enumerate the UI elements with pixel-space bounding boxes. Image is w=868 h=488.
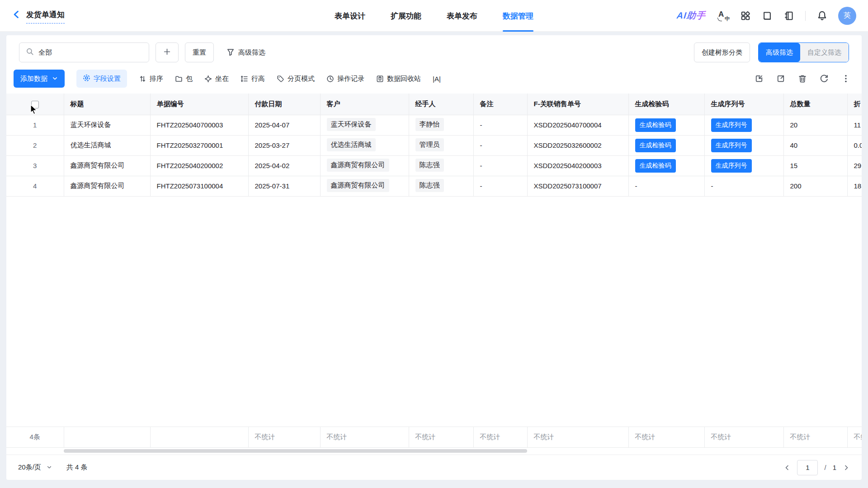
col-discount[interactable]: 折: [847, 94, 862, 115]
advanced-filter-button[interactable]: 高级筛选: [226, 48, 265, 57]
generate-serial-button[interactable]: 生成序列号: [711, 139, 752, 152]
notebook-icon[interactable]: [783, 10, 794, 21]
stat-cell[interactable]: 不统计: [320, 427, 409, 448]
tab-extensions[interactable]: 扩展功能: [391, 0, 421, 32]
cell-discount: 11: [847, 115, 862, 135]
table-row[interactable]: 4 鑫源商贸有限公司 FHTZ2025073100004 2025-07-31 …: [6, 176, 862, 196]
avatar[interactable]: 英: [838, 7, 856, 25]
refresh-icon[interactable]: [819, 74, 829, 84]
page-number-input[interactable]: 1: [797, 460, 818, 475]
add-filter-button[interactable]: [156, 42, 179, 62]
col-note[interactable]: 备注: [473, 94, 527, 115]
table-row[interactable]: 3 鑫源商贸有限公司 FHTZ2025040200002 2025-04-02 …: [6, 155, 862, 176]
row-height-button[interactable]: 行高: [241, 75, 265, 83]
handler-chip: 李静怡: [415, 118, 444, 131]
customer-chip: 鑫源商贸有限公司: [327, 179, 389, 192]
page-mode-button[interactable]: 分页模式: [277, 75, 315, 83]
tab-data-management[interactable]: 数据管理: [503, 0, 533, 32]
generate-check-code-button[interactable]: 生成检验码: [635, 159, 676, 173]
create-tree-category-button[interactable]: 创建树形分类: [694, 42, 750, 62]
col-handler[interactable]: 经手人: [409, 94, 473, 115]
scrollbar-thumb[interactable]: [64, 449, 527, 453]
delete-icon[interactable]: [797, 74, 807, 84]
notification-bell-icon[interactable]: [816, 10, 827, 21]
col-pay-date[interactable]: 付款日期: [248, 94, 320, 115]
search-icon: [26, 47, 34, 57]
field-settings-button[interactable]: 字段设置: [76, 70, 127, 88]
table-header-row: 标题 单据编号 付款日期 客户 经手人 备注 F-关联销售单号 生成检验码 生成…: [6, 94, 862, 115]
col-gen-serial[interactable]: 生成序列号: [704, 94, 783, 115]
col-doc-number[interactable]: 单据编号: [150, 94, 248, 115]
segment-custom-filter[interactable]: 自定义筛选: [800, 43, 849, 62]
table-row[interactable]: 1 蓝天环保设备 FHTZ2025040700003 2025-04-07 蓝天…: [6, 115, 862, 135]
col-gen-check-code[interactable]: 生成检验码: [628, 94, 704, 115]
stat-cell[interactable]: 不统计: [783, 427, 847, 448]
chevron-down-icon: [47, 464, 52, 471]
stat-cell[interactable]: 不统计: [409, 427, 473, 448]
package-button[interactable]: 包: [175, 75, 193, 83]
stat-cell[interactable]: 不统计: [704, 427, 783, 448]
recycle-bin-button[interactable]: 数据回收站: [376, 75, 421, 83]
book-icon[interactable]: [762, 10, 773, 21]
stat-cell[interactable]: 不统计: [527, 427, 628, 448]
row-index: 2: [6, 135, 64, 155]
translate-icon[interactable]: A 中: [718, 10, 729, 21]
statistics-row: 4条 不统计 不统计 不统计 不统计 不统计 不统计 不统计 不统计 不统计: [6, 427, 862, 448]
stat-cell[interactable]: 不统计: [248, 427, 320, 448]
tab-form-design[interactable]: 表单设计: [335, 0, 365, 32]
tab-form-publish[interactable]: 表单发布: [447, 0, 477, 32]
operation-log-label: 操作记录: [337, 75, 364, 83]
ai-assistant-button[interactable]: AI助手: [676, 9, 707, 22]
cell-sales-number: XSDD2025032600002: [527, 135, 628, 155]
cell-discount: 18: [847, 176, 862, 196]
prev-page-button[interactable]: [783, 464, 791, 471]
cell-pay-date: 2025-04-07: [248, 115, 320, 135]
generate-check-code-button[interactable]: 生成检验码: [635, 139, 676, 152]
sort-button[interactable]: 排序: [139, 75, 163, 83]
next-page-button[interactable]: [843, 464, 850, 471]
a-marker-button[interactable]: |A|: [433, 75, 441, 83]
action-row: 添加数据 字段设置 排序 包: [14, 70, 851, 88]
reset-button[interactable]: 重置: [185, 42, 214, 62]
tag-icon: [277, 75, 284, 83]
cell-total-qty: 200: [783, 176, 847, 196]
back-button[interactable]: [12, 9, 22, 21]
page-size-select[interactable]: 20条/页: [18, 463, 52, 472]
page-size-value: 20条/页: [18, 463, 41, 472]
cell-total-qty: 20: [783, 115, 847, 135]
cell-pay-date: 2025-07-31: [248, 176, 320, 196]
search-input[interactable]: 全部: [19, 42, 149, 62]
select-all-checkbox[interactable]: [31, 101, 39, 108]
generate-check-code-button[interactable]: 生成检验码: [635, 118, 676, 132]
apps-icon[interactable]: [740, 10, 751, 21]
stat-cell[interactable]: 不统计: [847, 427, 862, 448]
total-pages: 1: [833, 464, 836, 471]
operation-log-button[interactable]: 操作记录: [326, 75, 364, 83]
pin-star-icon: [204, 75, 212, 83]
generate-serial-button[interactable]: 生成序列号: [711, 159, 752, 173]
handler-chip: 陈志强: [415, 159, 444, 172]
col-customer[interactable]: 客户: [320, 94, 409, 115]
pin-button[interactable]: 坐在: [204, 75, 229, 83]
col-total-qty[interactable]: 总数量: [783, 94, 847, 115]
main-tabs: 表单设计 扩展功能 表单发布 数据管理: [335, 0, 533, 32]
more-icon[interactable]: [841, 74, 851, 84]
customer-chip: 鑫源商贸有限公司: [327, 159, 389, 172]
add-data-button[interactable]: 添加数据: [14, 70, 65, 88]
generate-serial-button[interactable]: 生成序列号: [711, 118, 752, 132]
col-title[interactable]: 标题: [64, 94, 150, 115]
import-icon[interactable]: [754, 74, 764, 84]
col-sales-number[interactable]: F-关联销售单号: [527, 94, 628, 115]
export-icon[interactable]: [776, 74, 786, 84]
table-row[interactable]: 2 优选生活商城 FHTZ2025032700001 2025-03-27 优选…: [6, 135, 862, 155]
add-data-label: 添加数据: [20, 75, 47, 83]
stat-cell[interactable]: 不统计: [473, 427, 527, 448]
page-title[interactable]: 发货单通知: [26, 10, 65, 23]
cell-gen-serial-empty: -: [704, 176, 783, 196]
segment-advanced-filter[interactable]: 高级筛选: [759, 43, 800, 62]
stat-cell[interactable]: 不统计: [628, 427, 704, 448]
cell-discount: 29: [847, 155, 862, 176]
cell-doc-number: FHTZ2025073100004: [150, 176, 248, 196]
sort-label: 排序: [150, 75, 163, 83]
cell-sales-number: XSDD2025073100007: [527, 176, 628, 196]
